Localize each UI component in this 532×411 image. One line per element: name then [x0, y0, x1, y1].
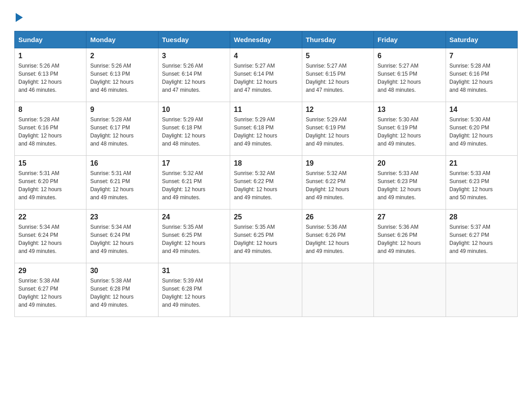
calendar-cell: 18 Sunrise: 5:32 AMSunset: 6:22 PMDaylig… — [230, 156, 302, 210]
calendar-cell: 20 Sunrise: 5:33 AMSunset: 6:23 PMDaylig… — [374, 156, 446, 210]
day-info: Sunrise: 5:29 AMSunset: 6:18 PMDaylight:… — [234, 116, 277, 147]
day-number: 30 — [90, 267, 154, 275]
day-info: Sunrise: 5:34 AMSunset: 6:24 PMDaylight:… — [90, 224, 133, 254]
day-number: 8 — [18, 106, 82, 114]
day-number: 7 — [450, 52, 514, 60]
day-number: 16 — [90, 159, 154, 167]
day-info: Sunrise: 5:30 AMSunset: 6:19 PMDaylight:… — [378, 116, 421, 147]
calendar-cell — [230, 263, 302, 317]
day-info: Sunrise: 5:34 AMSunset: 6:24 PMDaylight:… — [18, 224, 62, 254]
calendar-cell: 13 Sunrise: 5:30 AMSunset: 6:19 PMDaylig… — [374, 102, 446, 156]
day-number: 9 — [90, 106, 154, 114]
calendar-header-wednesday: Wednesday — [230, 31, 302, 48]
day-info: Sunrise: 5:26 AMSunset: 6:13 PMDaylight:… — [18, 63, 62, 93]
day-info: Sunrise: 5:33 AMSunset: 6:23 PMDaylight:… — [450, 170, 493, 201]
day-info: Sunrise: 5:39 AMSunset: 6:28 PMDaylight:… — [162, 278, 206, 308]
day-number: 22 — [18, 213, 82, 221]
calendar-cell: 12 Sunrise: 5:29 AMSunset: 6:19 PMDaylig… — [302, 102, 373, 156]
calendar-header-tuesday: Tuesday — [158, 31, 230, 48]
calendar-cell — [374, 263, 446, 317]
calendar-table: SundayMondayTuesdayWednesdayThursdayFrid… — [14, 31, 518, 317]
day-info: Sunrise: 5:35 AMSunset: 6:25 PMDaylight:… — [162, 224, 206, 254]
calendar-cell: 25 Sunrise: 5:35 AMSunset: 6:25 PMDaylig… — [230, 210, 302, 263]
calendar-cell: 27 Sunrise: 5:36 AMSunset: 6:26 PMDaylig… — [374, 210, 446, 263]
calendar-header-saturday: Saturday — [446, 31, 517, 48]
day-number: 12 — [306, 106, 370, 114]
day-number: 19 — [306, 159, 370, 167]
day-number: 4 — [234, 52, 298, 60]
day-info: Sunrise: 5:29 AMSunset: 6:18 PMDaylight:… — [162, 116, 206, 147]
calendar-cell: 26 Sunrise: 5:36 AMSunset: 6:26 PMDaylig… — [302, 210, 373, 263]
calendar-cell: 2 Sunrise: 5:26 AMSunset: 6:13 PMDayligh… — [86, 48, 158, 102]
day-info: Sunrise: 5:32 AMSunset: 6:21 PMDaylight:… — [162, 170, 206, 201]
day-number: 29 — [18, 267, 82, 275]
day-number: 31 — [162, 267, 226, 275]
day-info: Sunrise: 5:30 AMSunset: 6:20 PMDaylight:… — [450, 116, 493, 147]
calendar-header-thursday: Thursday — [302, 31, 373, 48]
day-info: Sunrise: 5:36 AMSunset: 6:26 PMDaylight:… — [378, 224, 421, 254]
day-number: 20 — [378, 159, 442, 167]
day-info: Sunrise: 5:36 AMSunset: 6:26 PMDaylight:… — [306, 224, 349, 254]
day-info: Sunrise: 5:27 AMSunset: 6:15 PMDaylight:… — [378, 63, 421, 93]
day-info: Sunrise: 5:26 AMSunset: 6:13 PMDaylight:… — [90, 63, 133, 93]
calendar-cell: 23 Sunrise: 5:34 AMSunset: 6:24 PMDaylig… — [86, 210, 158, 263]
day-number: 23 — [90, 213, 154, 221]
calendar-cell: 7 Sunrise: 5:28 AMSunset: 6:16 PMDayligh… — [446, 48, 517, 102]
day-info: Sunrise: 5:28 AMSunset: 6:17 PMDaylight:… — [90, 116, 133, 147]
page-header — [14, 11, 518, 22]
day-number: 10 — [162, 106, 226, 114]
day-number: 6 — [378, 52, 442, 60]
day-number: 13 — [378, 106, 442, 114]
day-info: Sunrise: 5:31 AMSunset: 6:20 PMDaylight:… — [18, 170, 62, 201]
day-number: 27 — [378, 213, 442, 221]
day-info: Sunrise: 5:38 AMSunset: 6:27 PMDaylight:… — [18, 278, 62, 308]
calendar-week-row: 15 Sunrise: 5:31 AMSunset: 6:20 PMDaylig… — [15, 156, 518, 210]
calendar-cell: 14 Sunrise: 5:30 AMSunset: 6:20 PMDaylig… — [446, 102, 517, 156]
day-info: Sunrise: 5:33 AMSunset: 6:23 PMDaylight:… — [378, 170, 421, 201]
calendar-cell: 16 Sunrise: 5:31 AMSunset: 6:21 PMDaylig… — [86, 156, 158, 210]
day-number: 17 — [162, 159, 226, 167]
calendar-cell: 24 Sunrise: 5:35 AMSunset: 6:25 PMDaylig… — [158, 210, 230, 263]
calendar-cell: 10 Sunrise: 5:29 AMSunset: 6:18 PMDaylig… — [158, 102, 230, 156]
calendar-header-row: SundayMondayTuesdayWednesdayThursdayFrid… — [15, 31, 518, 48]
day-info: Sunrise: 5:37 AMSunset: 6:27 PMDaylight:… — [450, 224, 493, 254]
day-number: 28 — [450, 213, 514, 221]
calendar-cell — [446, 263, 517, 317]
logo-arrow-icon — [16, 13, 23, 22]
calendar-cell: 28 Sunrise: 5:37 AMSunset: 6:27 PMDaylig… — [446, 210, 517, 263]
day-info: Sunrise: 5:32 AMSunset: 6:22 PMDaylight:… — [306, 170, 349, 201]
day-number: 21 — [450, 159, 514, 167]
calendar-cell: 19 Sunrise: 5:32 AMSunset: 6:22 PMDaylig… — [302, 156, 373, 210]
day-number: 14 — [450, 106, 514, 114]
calendar-cell — [302, 263, 373, 317]
day-info: Sunrise: 5:35 AMSunset: 6:25 PMDaylight:… — [234, 224, 277, 254]
day-number: 18 — [234, 159, 298, 167]
calendar-cell: 6 Sunrise: 5:27 AMSunset: 6:15 PMDayligh… — [374, 48, 446, 102]
calendar-cell: 3 Sunrise: 5:26 AMSunset: 6:14 PMDayligh… — [158, 48, 230, 102]
calendar-cell: 29 Sunrise: 5:38 AMSunset: 6:27 PMDaylig… — [15, 263, 86, 317]
day-number: 2 — [90, 52, 154, 60]
calendar-cell: 31 Sunrise: 5:39 AMSunset: 6:28 PMDaylig… — [158, 263, 230, 317]
day-number: 11 — [234, 106, 298, 114]
day-number: 24 — [162, 213, 226, 221]
calendar-cell: 15 Sunrise: 5:31 AMSunset: 6:20 PMDaylig… — [15, 156, 86, 210]
day-number: 15 — [18, 159, 82, 167]
calendar-cell: 9 Sunrise: 5:28 AMSunset: 6:17 PMDayligh… — [86, 102, 158, 156]
day-info: Sunrise: 5:32 AMSunset: 6:22 PMDaylight:… — [234, 170, 277, 201]
calendar-cell: 21 Sunrise: 5:33 AMSunset: 6:23 PMDaylig… — [446, 156, 517, 210]
day-info: Sunrise: 5:27 AMSunset: 6:15 PMDaylight:… — [306, 63, 349, 93]
day-info: Sunrise: 5:31 AMSunset: 6:21 PMDaylight:… — [90, 170, 133, 201]
day-info: Sunrise: 5:26 AMSunset: 6:14 PMDaylight:… — [162, 63, 206, 93]
logo — [14, 11, 23, 22]
calendar-header-sunday: Sunday — [15, 31, 86, 48]
day-number: 1 — [18, 52, 82, 60]
calendar-cell: 22 Sunrise: 5:34 AMSunset: 6:24 PMDaylig… — [15, 210, 86, 263]
calendar-cell: 5 Sunrise: 5:27 AMSunset: 6:15 PMDayligh… — [302, 48, 373, 102]
calendar-week-row: 22 Sunrise: 5:34 AMSunset: 6:24 PMDaylig… — [15, 210, 518, 263]
day-number: 3 — [162, 52, 226, 60]
calendar-cell: 11 Sunrise: 5:29 AMSunset: 6:18 PMDaylig… — [230, 102, 302, 156]
calendar-week-row: 1 Sunrise: 5:26 AMSunset: 6:13 PMDayligh… — [15, 48, 518, 102]
day-number: 25 — [234, 213, 298, 221]
calendar-cell: 4 Sunrise: 5:27 AMSunset: 6:14 PMDayligh… — [230, 48, 302, 102]
calendar-cell: 8 Sunrise: 5:28 AMSunset: 6:16 PMDayligh… — [15, 102, 86, 156]
